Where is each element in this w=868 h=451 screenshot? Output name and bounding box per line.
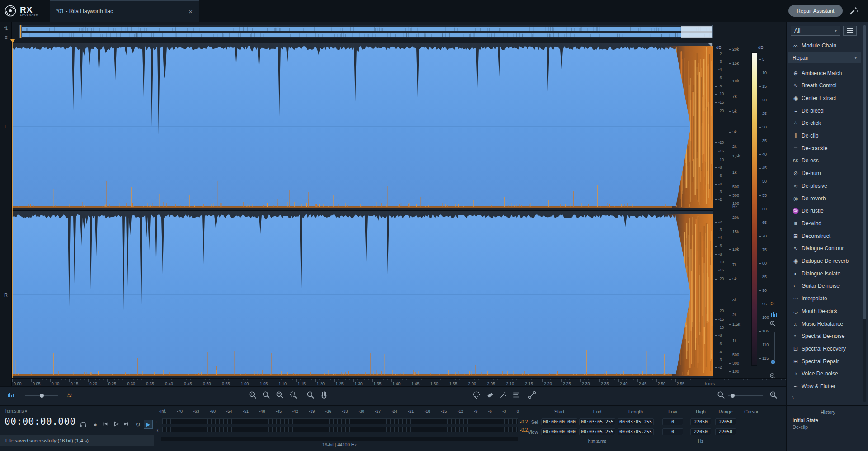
meter-tap-icon[interactable] xyxy=(7,391,15,399)
playback-position-bar[interactable] xyxy=(161,437,518,441)
playhead-marker-icon[interactable] xyxy=(10,39,15,43)
module-panel-scrollbar-thumb[interactable] xyxy=(863,25,866,319)
hand-tool-icon[interactable] xyxy=(320,391,328,399)
amp-scale-label: -2 xyxy=(715,52,722,56)
view-start-value[interactable]: 00:00:00.000 xyxy=(541,428,577,435)
play-button-icon[interactable] xyxy=(113,421,121,428)
selection-time-unit[interactable]: h:m:s.ms xyxy=(588,439,607,444)
module-item-spectral-de-noise[interactable]: ≈Spectral De-noise xyxy=(787,330,861,342)
module-item-spectral-repair[interactable]: ⊞Spectral Repair xyxy=(787,355,861,367)
vertical-zoom-slider[interactable] xyxy=(774,332,775,360)
time-ruler[interactable]: h:m:s 0:000:050:100:150:200:250:300:350:… xyxy=(12,378,786,386)
module-item-mouth-de-click[interactable]: ◡Mouth De-click xyxy=(787,305,861,317)
file-tab[interactable]: *01 - Rita Hayworth.flac × xyxy=(50,0,199,22)
play-selection-button[interactable]: ▶ xyxy=(144,420,153,429)
zoom-time-icon[interactable] xyxy=(289,391,297,399)
time-format-dropdown[interactable]: h:m:s.ms ▾ xyxy=(5,408,27,413)
view-end-value[interactable]: 00:03:05.255 xyxy=(579,428,615,435)
colorbar-label: 10 xyxy=(760,71,767,75)
h-zoom-out-icon[interactable] xyxy=(717,391,725,399)
module-item-de-plosive[interactable]: ≋De-plosive xyxy=(787,180,861,192)
panel-arrange-icon[interactable]: ⇅ xyxy=(0,25,12,32)
h-zoom-in-icon[interactable] xyxy=(769,391,778,399)
module-chain-item[interactable]: ∞ Module Chain xyxy=(787,40,868,52)
spectrogram-colorbar[interactable] xyxy=(751,52,757,366)
skip-back-icon[interactable] xyxy=(102,421,110,428)
sel-length-value[interactable]: 00:03:05.255 xyxy=(618,418,654,425)
playhead[interactable] xyxy=(12,43,13,378)
h-zoom-slider-thumb[interactable] xyxy=(731,394,735,398)
repair-wand-icon[interactable] xyxy=(848,5,859,16)
sel-low-value[interactable]: 0 xyxy=(662,418,683,425)
sel-range-value[interactable]: 22050 xyxy=(715,418,736,425)
view-high-value[interactable]: 22050 xyxy=(690,428,711,435)
record-button-icon[interactable]: ● xyxy=(91,421,99,428)
ruler-label: 1:40 xyxy=(392,381,401,386)
selection-freq-unit[interactable]: Hz xyxy=(698,439,703,444)
overview-minimap[interactable] xyxy=(19,25,713,38)
repair-section-header[interactable]: Repair ▾ xyxy=(788,52,861,63)
spectrogram-mode-icon[interactable]: ≋ xyxy=(67,391,72,399)
spectrogram-blend-icon[interactable]: ≋ xyxy=(770,300,775,307)
amp-scale-label: -3 xyxy=(715,190,722,194)
module-item-breath-control[interactable]: ∿Breath Control xyxy=(787,80,861,92)
module-item-interpolate[interactable]: ⋯Interpolate xyxy=(787,293,861,305)
skip-forward-icon[interactable] xyxy=(123,421,131,428)
sel-start-header: Start xyxy=(554,409,564,414)
module-item-de-clip[interactable]: ‖De-clip xyxy=(787,130,861,142)
spectrogram-lane-left[interactable] xyxy=(12,43,713,210)
module-item-de-wind[interactable]: ≡De-wind xyxy=(787,217,861,229)
sel-high-value[interactable]: 22050 xyxy=(690,418,711,425)
module-item-de-reverb[interactable]: ◎De-reverb xyxy=(787,192,861,204)
module-item-de-rustle[interactable]: ♒De-rustle xyxy=(787,205,861,217)
brush-tool-icon[interactable] xyxy=(486,391,494,399)
module-item-dialogue-contour[interactable]: ∿Dialogue Contour xyxy=(787,242,861,255)
view-length-value[interactable]: 00:03:05.255 xyxy=(618,428,654,435)
sel-start-value[interactable]: 00:00:00.000 xyxy=(541,418,577,425)
spectrogram-lane-right[interactable] xyxy=(12,211,713,379)
zoom-in-icon[interactable] xyxy=(249,391,257,399)
view-range-value[interactable]: 22050 xyxy=(715,428,736,435)
module-item-dialogue-isolate[interactable]: ◐Dialogue Isolate xyxy=(787,267,861,280)
vertical-zoom-slider-thumb[interactable] xyxy=(771,360,775,364)
module-item-voice-de-noise[interactable]: ♪Voice De-noise xyxy=(787,368,861,380)
history-item-initial-state[interactable]: Initial State xyxy=(793,418,868,423)
vertical-zoom-in-icon[interactable] xyxy=(769,320,776,327)
module-panel-menu-button[interactable] xyxy=(843,26,857,36)
signal-flow-icon[interactable] xyxy=(528,391,536,399)
module-item-ambience-match[interactable]: ⊕Ambience Match xyxy=(787,67,861,79)
module-item-guitar-de-noise[interactable]: ⊂Guitar De-noise xyxy=(787,280,861,292)
history-item-de-clip[interactable]: De-clip xyxy=(793,424,868,430)
magnifier-tool-icon[interactable] xyxy=(307,391,315,399)
loop-button-icon[interactable]: ↻ xyxy=(134,421,142,428)
module-item-deconstruct[interactable]: ⊞Deconstruct xyxy=(787,230,861,242)
panel-collapse-icon[interactable]: › xyxy=(792,394,794,402)
blend-slider-thumb[interactable] xyxy=(40,394,44,398)
close-icon[interactable]: × xyxy=(189,8,193,15)
sel-end-value[interactable]: 00:03:05.255 xyxy=(579,418,615,425)
module-item-de-hum[interactable]: ⊘De-hum xyxy=(787,167,861,180)
waveform-blend-icon[interactable] xyxy=(770,311,777,317)
channel-right-label[interactable]: R xyxy=(0,292,12,298)
magic-wand-icon[interactable] xyxy=(499,391,507,399)
module-item-music-rebalance[interactable]: ♫Music Rebalance xyxy=(787,318,861,330)
module-item-dialogue-de-reverb[interactable]: ◉Dialogue De-reverb xyxy=(787,255,861,267)
lasso-tool-icon[interactable] xyxy=(472,391,481,399)
module-item-de-ess[interactable]: ssDe-ess xyxy=(787,155,861,167)
marker-list-icon[interactable] xyxy=(512,391,520,399)
monitor-headphones-icon[interactable] xyxy=(80,421,88,428)
zoom-selection-icon[interactable] xyxy=(276,391,284,399)
module-item-de-crackle[interactable]: ≣De-crackle xyxy=(787,142,861,154)
module-item-center-extract[interactable]: ◉Center Extract xyxy=(787,92,861,104)
module-filter-dropdown[interactable]: All ▾ xyxy=(791,26,840,36)
module-item-wow-flutter[interactable]: ∽Wow & Flutter xyxy=(787,380,861,393)
voice-de-noise-icon: ♪ xyxy=(790,370,802,377)
meter-scale-label: -42 xyxy=(292,409,298,413)
zoom-out-icon[interactable] xyxy=(262,391,270,399)
channel-left-label[interactable]: L xyxy=(0,124,12,129)
module-item-spectral-recovery[interactable]: ⊡Spectral Recovery xyxy=(787,342,861,355)
module-item-de-bleed[interactable]: ◒De-bleed xyxy=(787,104,861,117)
view-low-value[interactable]: 0 xyxy=(662,428,683,435)
repair-assistant-button[interactable]: Repair Assistant xyxy=(788,5,843,17)
module-item-de-click[interactable]: ∴De-click xyxy=(787,117,861,129)
